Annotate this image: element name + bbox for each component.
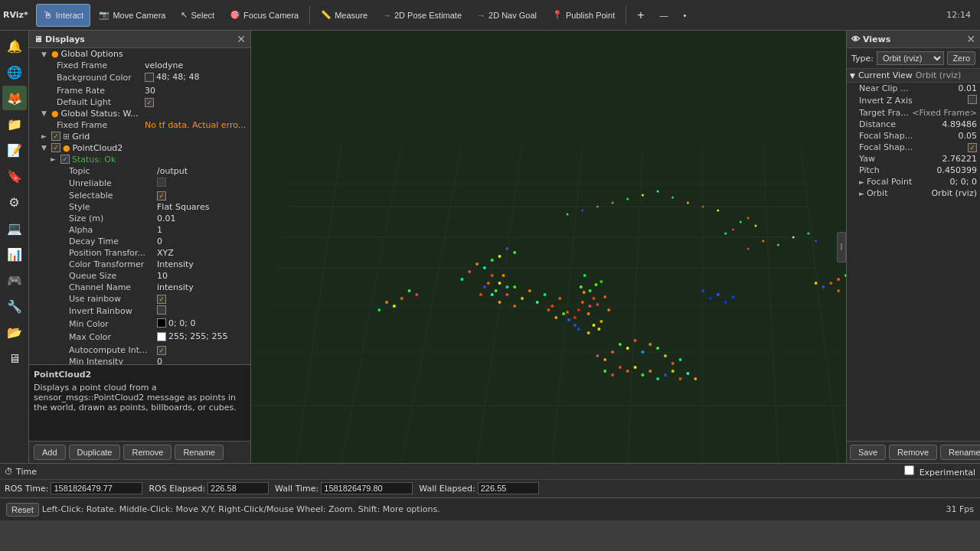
svg-line-11 [402,145,462,463]
fixed-frame-row: Fixed Frame velodyne [29,60,250,71]
svg-point-39 [567,318,570,321]
wall-time-label: Wall Time: [275,484,318,494]
add-button[interactable]: Add [34,445,66,460]
distance-row: Distance 4.89486 [847,119,980,130]
svg-point-42 [550,305,554,308]
side-icon-1[interactable]: 🔔 [2,34,27,58]
move-camera-button[interactable]: 📷 Move Camera [92,4,172,27]
selectable-value: ✓ [157,191,247,201]
status-instructions: Left-Click: Rotate. Middle-Click: Move X… [42,504,440,514]
grid-checkbox[interactable]: ✓ [51,132,60,141]
ros-time-input[interactable] [51,482,142,494]
remove-display-button[interactable]: Remove [123,445,172,460]
invert-z-checkbox[interactable] [968,95,977,104]
interact-button[interactable]: 🖱 Interact [36,4,91,27]
right-resize-handle[interactable]: ‖ [837,232,846,262]
time-clock-icon: ⏱ [5,467,13,477]
pose-estimate-button[interactable]: → 2D Pose Estimate [376,4,469,27]
select-button[interactable]: ↖ Select [174,4,221,27]
svg-point-149 [408,289,411,292]
description-panel: PointCloud2 Displays a point cloud from … [29,364,250,441]
nav-goal-button[interactable]: → 2D Nav Goal [470,4,544,27]
max-color-value: 255; 255; 255 [157,331,247,344]
measure-button[interactable]: 📏 Measure [314,4,374,27]
focal-shape2-checkbox[interactable]: ✓ [968,143,977,152]
global-options-row[interactable]: ▼ ● Global Options [29,48,250,60]
reset-button[interactable]: Reset [6,503,39,517]
svg-point-34 [583,274,586,277]
zero-button[interactable]: Zero [947,51,975,65]
svg-point-89 [687,202,689,204]
near-clip-value: 0.01 [959,83,978,93]
pointcloud2-checkbox[interactable]: ✓ [51,143,60,152]
svg-point-140 [724,301,727,304]
grid-row[interactable]: ► ✓ ⊞ Grid [29,131,250,142]
side-icon-11[interactable]: 🔧 [2,294,27,318]
svg-point-139 [717,293,720,296]
rename-display-button[interactable]: Rename [175,445,224,460]
side-icon-2[interactable]: 🌐 [2,60,27,84]
default-light-checkbox[interactable]: ✓ [145,98,154,107]
ros-elapsed-input[interactable] [207,482,269,494]
views-remove-button[interactable]: Remove [889,445,937,460]
svg-point-45 [528,289,531,292]
wall-time-input[interactable] [321,482,413,494]
invert-rainbow-checkbox[interactable] [157,305,166,315]
side-icon-4[interactable]: 📁 [2,112,27,136]
views-close-button[interactable]: ✕ [966,33,975,45]
side-icon-10[interactable]: 🎮 [2,268,27,292]
duplicate-button[interactable]: Duplicate [69,445,121,460]
global-status-row[interactable]: ▼ ● Global Status: W... [29,108,250,119]
displays-close-button[interactable]: ✕ [237,33,246,45]
color-transform-value: Intensity [157,259,247,269]
autocompute-checkbox[interactable]: ✓ [157,346,166,355]
svg-point-44 [536,301,539,304]
side-icon-6[interactable]: 🔖 [2,164,27,188]
dash-button[interactable]: — [653,4,675,27]
svg-point-116 [694,377,697,380]
3d-viewport[interactable]: ‖ [251,31,846,463]
status-ok-row[interactable]: ► ✓ Status: Ok [29,154,250,165]
views-save-button[interactable]: Save [850,445,886,460]
svg-point-144 [762,240,764,243]
svg-point-30 [589,289,592,292]
side-icon-12[interactable]: 📂 [2,320,27,344]
side-icon-5[interactable]: 📝 [2,138,27,162]
pointcloud2-row[interactable]: ▼ ✓ ● PointCloud2 [29,142,250,154]
views-type-select[interactable]: Orbit (rviz) [877,51,944,65]
unreliable-checkbox[interactable] [157,178,166,187]
focus-camera-button[interactable]: 🎯 Focus Camera [223,4,305,27]
svg-point-46 [521,297,524,300]
dot-button[interactable]: • [677,4,694,27]
left-resize-handle[interactable]: ‖ [251,232,260,262]
side-icon-13[interactable]: 🖥 [2,346,27,370]
displays-title: Displays [45,34,85,44]
current-view-type: Orbit (rviz) [916,70,961,80]
grid-visualization [251,31,846,463]
views-type-row: Type: Orbit (rviz) Zero [847,48,980,69]
use-rainbow-checkbox[interactable]: ✓ [157,295,166,304]
side-icon-3[interactable]: 🦊 [2,86,27,110]
svg-point-51 [483,266,486,269]
status-ok-label: Status: Ok [72,155,247,165]
status-fixed-frame-label: Fixed Frame [57,120,145,130]
views-rename-button[interactable]: Rename [940,445,980,460]
publish-point-button[interactable]: 📍 Publish Point [545,4,622,27]
current-view-header[interactable]: ▼ Current View Orbit (rviz) [847,69,980,83]
wall-elapsed-input[interactable] [478,482,539,494]
svg-point-155 [747,217,750,220]
color-transform-row: Color Transformer Intensity [29,259,250,270]
svg-point-108 [634,366,637,369]
experimental-checkbox[interactable] [904,465,914,475]
selectable-checkbox[interactable]: ✓ [157,191,166,201]
displays-title-row: 🖥 Displays [34,34,85,44]
svg-line-17 [801,145,838,463]
side-icon-7[interactable]: ⚙ [2,190,27,214]
plus-button[interactable]: + [630,4,651,27]
svg-point-143 [792,236,795,239]
side-icon-9[interactable]: 📊 [2,242,27,266]
views-panel: 👁 Views ✕ Type: Orbit (rviz) Zero ▼ Curr… [846,31,980,463]
min-color-row: Min Color 0; 0; 0 [29,318,250,331]
pitch-value: 0.450399 [937,165,978,175]
side-icon-8[interactable]: 💻 [2,216,27,240]
